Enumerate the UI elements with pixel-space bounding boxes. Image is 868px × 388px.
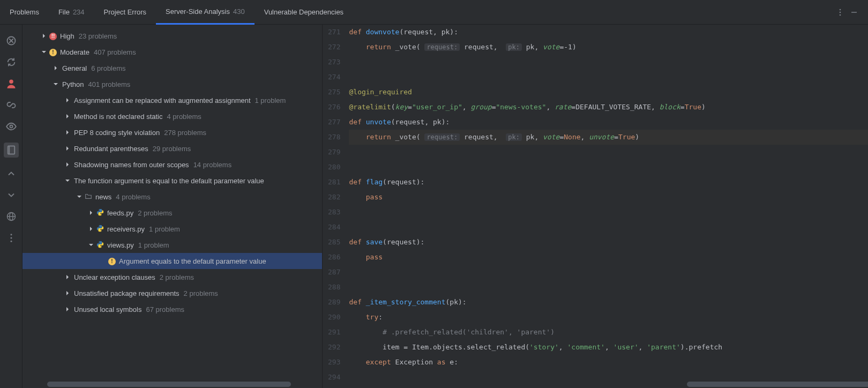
chevron-icon [64,274,71,280]
tab-file[interactable]: File234 [49,0,94,25]
user-icon[interactable] [6,78,17,89]
h-scrollbar[interactable] [687,382,868,387]
code-line[interactable] [349,265,868,280]
code-line[interactable] [349,160,868,175]
inspection-item[interactable]: The function argument is equal to the de… [23,173,322,189]
row-count: 4 problems [116,193,150,201]
book-icon[interactable] [4,143,19,158]
row-icon: ! [49,48,57,56]
category-general[interactable]: General 6 problems [23,60,322,76]
code-line[interactable]: except Exception as e: [349,355,868,370]
row-count: 6 problems [91,64,125,72]
code-line[interactable]: def save(request): [349,235,868,250]
code-line[interactable] [349,70,868,85]
tab-label: Problems [10,8,39,16]
line-number: 273 [328,55,340,70]
code-line[interactable]: def unvote(request, pk): [349,115,868,130]
chevron-icon [53,65,59,71]
line-number: 276 [328,100,340,115]
line-number: 283 [328,205,340,220]
file-item[interactable]: views.py 1 problem [23,237,322,253]
code-line[interactable]: pass [349,250,868,265]
row-count: 1 problem [255,96,286,105]
code-line[interactable]: def flag(request): [349,175,868,190]
tab-vulnerable-dependencies[interactable]: Vulnerable Dependencies [255,0,353,25]
code-line[interactable]: pass [349,190,868,205]
expand-icon[interactable] [6,168,17,179]
refresh-icon[interactable] [6,57,17,68]
file-item[interactable]: receivers.py 1 problem [23,221,322,237]
code-line[interactable]: return _vote( request: request, pk: pk, … [349,40,868,55]
inspection-item[interactable]: Method is not declared static 4 problems [23,108,322,124]
link-icon[interactable] [6,100,17,110]
row-label: Assignment can be replaced with augmente… [74,96,251,105]
eye-icon[interactable] [6,121,17,132]
tab-problems[interactable]: Problems [0,0,49,25]
row-count: 1 problem [149,225,180,233]
code-editor[interactable]: 2712722732742752762772782792802812822832… [323,25,868,388]
line-number: 278 [328,130,340,145]
folder-news[interactable]: news 4 problems [23,189,322,205]
row-count: 14 problems [193,161,232,169]
code-line[interactable] [349,280,868,295]
severity-moderate[interactable]: ! Moderate 407 problems [23,44,322,60]
row-icon [96,225,104,234]
close-icon[interactable] [6,35,17,46]
line-number: 290 [328,310,340,325]
more-icon[interactable] [836,8,844,17]
tab-project-errors[interactable]: Project Errors [94,0,156,25]
more-vert-icon[interactable] [6,233,17,243]
code-line[interactable]: item = Item.objects.select_related('stor… [349,340,868,355]
tool-sidebar [0,25,23,388]
collapse-icon[interactable] [6,190,17,200]
row-label: The function argument is equal to the de… [74,177,264,185]
code-line[interactable]: try: [349,310,868,325]
minimize-icon[interactable] [850,8,858,17]
code-line[interactable] [349,205,868,220]
line-number: 286 [328,250,340,265]
globe-icon[interactable] [6,211,17,222]
row-count: 1 problem [138,241,169,249]
code-line[interactable]: def _item_story_comment(pk): [349,295,868,310]
code-line[interactable] [349,145,868,160]
inspection-item[interactable]: Assignment can be replaced with augmente… [23,92,322,108]
category-python[interactable]: Python 401 problems [23,76,322,92]
inspection-item[interactable]: Unused local symbols 67 problems [23,301,322,317]
h-scrollbar[interactable] [47,382,291,387]
inspection-item[interactable]: Redundant parentheses 29 problems [23,140,322,156]
row-label: High [60,32,74,40]
code-line[interactable] [349,220,868,235]
file-item[interactable]: feeds.py 2 problems [23,205,322,221]
chevron-icon [64,145,71,152]
row-count: 4 problems [167,113,201,121]
row-count: 2 problems [160,273,194,281]
tab-label: File [58,8,70,16]
chevron-icon [64,129,71,136]
chevron-icon [53,81,59,87]
severity-high[interactable]: !! High 23 problems [23,28,322,44]
inspection-item[interactable]: Unclear exception clauses 2 problems [23,269,322,285]
code-line[interactable]: @login_required [349,85,868,100]
row-label: PEP 8 coding style violation [74,129,160,137]
code-line[interactable]: return _vote( request: request, pk: pk, … [349,130,868,145]
code-line[interactable]: def downvote(request, pk): [349,25,868,40]
row-label: feeds.py [107,209,133,217]
row-label: Unsatisfied package requirements [74,289,179,297]
code-line[interactable]: @ratelimit(key="user_or_ip", group="news… [349,100,868,115]
inspection-item[interactable]: PEP 8 coding style violation 278 problem… [23,124,322,140]
row-icon [96,208,104,218]
issue-item[interactable]: ! Argument equals to the default paramet… [23,253,322,269]
tab-server-side-analysis[interactable]: Server-Side Analysis430 [156,0,255,25]
code-line[interactable]: # .prefetch_related('children', 'parent'… [349,325,868,340]
chevron-icon [41,33,47,39]
chevron-icon [88,226,94,232]
line-number: 287 [328,265,340,280]
chevron-icon [41,49,47,55]
code-line[interactable] [349,55,868,70]
line-number: 292 [328,340,340,355]
line-number: 275 [328,85,340,100]
row-icon [85,192,92,202]
inspection-item[interactable]: Shadowing names from outer scopes 14 pro… [23,156,322,173]
row-label: receivers.py [107,225,145,233]
inspection-item[interactable]: Unsatisfied package requirements 2 probl… [23,285,322,301]
